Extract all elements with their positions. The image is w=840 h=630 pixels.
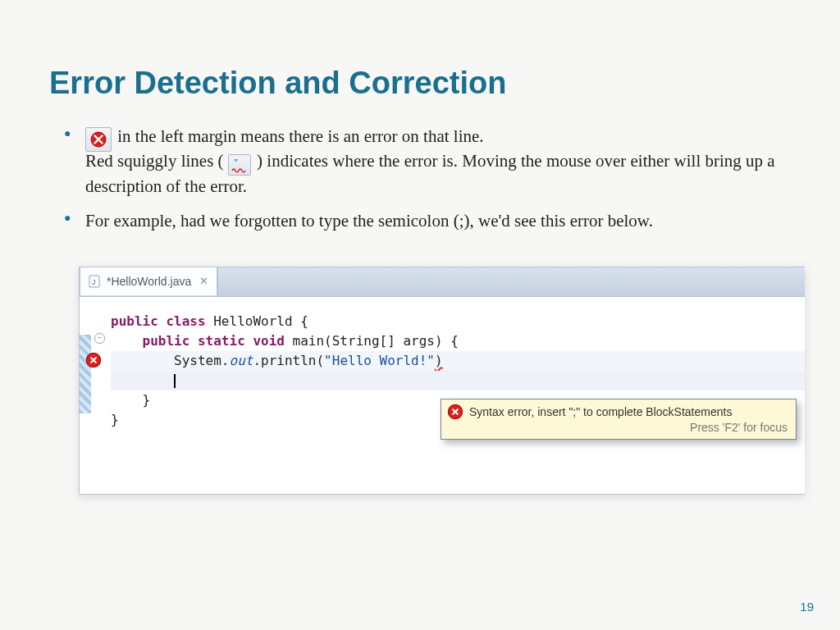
error-icon — [448, 404, 463, 419]
code-token: public — [111, 313, 158, 329]
squiggly-icon: " — [228, 154, 251, 176]
tooltip-message-row: Syntax error, insert ";" to complete Blo… — [441, 399, 796, 421]
code-token-error: ) — [435, 353, 443, 368]
text-cursor — [174, 374, 176, 388]
error-margin-icon — [85, 127, 112, 152]
editor-gutter: − — [80, 297, 107, 469]
code-token: } — [143, 392, 151, 408]
tooltip-hint: Press 'F2' for focus — [441, 421, 796, 439]
code-token: public — [143, 333, 190, 349]
fold-minus-icon[interactable]: − — [94, 333, 105, 344]
java-file-icon: J — [89, 275, 102, 288]
bullet-1-text-b: Red squiggly lines ( — [85, 151, 228, 171]
code-token: void — [245, 333, 285, 349]
code-token: static — [189, 333, 244, 349]
code-token: main(String[] args) { — [285, 333, 459, 349]
page-number: 19 — [800, 600, 814, 614]
bullet-list: in the left margin means there is an err… — [49, 124, 791, 234]
code-token: out — [230, 353, 253, 368]
code-token: .println( — [253, 353, 324, 368]
svg-text:J: J — [92, 278, 96, 286]
gutter-marks: − — [80, 297, 107, 469]
tooltip-message: Syntax error, insert ";" to complete Blo… — [469, 405, 732, 418]
bullet-2: For example, had we forgotten to type th… — [69, 208, 791, 233]
error-marker-icon[interactable] — [86, 353, 101, 368]
code-editor: J *HelloWorld.java ✕ − public class Hell… — [79, 267, 805, 495]
slide-title: Error Detection and Correction — [49, 66, 791, 101]
close-icon[interactable]: ✕ — [199, 275, 208, 287]
error-tooltip: Syntax error, insert ";" to complete Blo… — [441, 399, 797, 440]
code-token: HelloWorld { — [206, 313, 308, 329]
code-area: − public class HelloWorld { public stati… — [80, 297, 805, 494]
svg-text:": " — [234, 157, 238, 168]
bullet-1-text-a: in the left margin means there is an err… — [113, 126, 484, 146]
editor-tabbar-space — [217, 267, 805, 296]
editor-tab[interactable]: J *HelloWorld.java ✕ — [80, 267, 217, 295]
editor-tab-label: *HelloWorld.java — [107, 275, 191, 288]
code-token: System. — [174, 353, 229, 368]
bullet-1: in the left margin means there is an err… — [69, 124, 791, 199]
source-code[interactable]: public class HelloWorld { public static … — [107, 297, 805, 469]
code-token: class — [158, 313, 206, 329]
slide: Error Detection and Correction in the le… — [0, 0, 840, 630]
code-token: } — [111, 412, 119, 427]
editor-tabbar: J *HelloWorld.java ✕ — [80, 267, 805, 297]
code-token: "Hello World!" — [324, 353, 435, 368]
